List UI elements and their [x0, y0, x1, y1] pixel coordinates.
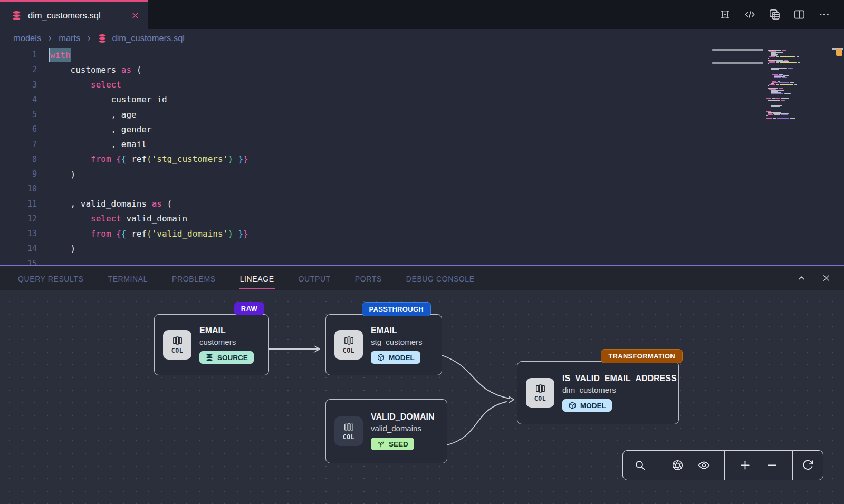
code-text: customers as (: [37, 65, 141, 75]
lineage-edge: [447, 402, 506, 445]
panel-tab-query-results[interactable]: QUERY RESULTS: [17, 268, 84, 289]
code-line-14[interactable]: 14): [0, 241, 844, 256]
line-number: 6: [0, 124, 37, 134]
line-number: 11: [0, 199, 37, 209]
code-icon: [744, 8, 756, 21]
code-editor[interactable]: 1with2customers as (3select4customer_id5…: [0, 47, 844, 265]
code-line-11[interactable]: 11, valid_domains as (: [0, 197, 844, 211]
lineage-node-dim_customers[interactable]: TRANSFORMATIONCOLIS_VALID_EMAIL_ADDRESSd…: [517, 361, 679, 424]
breadcrumb-item-marts[interactable]: marts: [59, 33, 80, 43]
refresh-button[interactable]: [802, 459, 814, 471]
line-number: 2: [0, 65, 37, 74]
code-line-2[interactable]: 2customers as (: [0, 62, 844, 77]
close-panel-button[interactable]: [821, 273, 831, 283]
breadcrumb-item-dim-customers-sql[interactable]: dim_customers.sql: [112, 33, 185, 43]
lineage-edge: [269, 346, 320, 352]
toolbar-group: [724, 451, 792, 480]
code-text: , gender: [37, 124, 152, 134]
code-line-4[interactable]: 4customer_id: [0, 92, 844, 107]
minimap[interactable]: [766, 49, 819, 119]
lineage-node-valid_domains[interactable]: COLVALID_DOMAINvalid_domainsSEED: [325, 399, 447, 463]
node-model-name: valid_domains: [371, 424, 435, 433]
node-model-name: dim_customers: [562, 385, 677, 394]
col-label: COL: [343, 347, 354, 354]
code-line-8[interactable]: 8from {{ ref('stg_customers') }}: [0, 152, 844, 167]
lineage-edge: [442, 355, 514, 403]
cube-icon: [377, 353, 385, 362]
line-number: 15: [0, 259, 37, 265]
code-line-15[interactable]: 15: [0, 256, 844, 266]
plus-button[interactable]: [739, 459, 751, 471]
code-text: with: [37, 50, 71, 60]
lineage-node-customers[interactable]: RAWCOLEMAILcustomersSOURCE: [154, 314, 269, 375]
panel-tab-problems[interactable]: PROBLEMS: [171, 268, 216, 289]
split-editor-icon: [793, 8, 805, 21]
aperture-button[interactable]: [672, 459, 684, 471]
code-text: , email: [37, 139, 147, 149]
node-column-name: EMAIL: [199, 326, 254, 335]
minus-button[interactable]: [766, 459, 778, 471]
code-line-12[interactable]: 12select valid_domain: [0, 211, 844, 226]
code-line-3[interactable]: 3select: [0, 77, 844, 92]
search-button[interactable]: [634, 459, 646, 471]
tab-title: dim_customers.sql: [28, 11, 101, 21]
node-type-badge-model: MODEL: [371, 351, 420, 364]
lineage-node-stg_customers[interactable]: PASSTHROUGHCOLEMAILstg_customersMODEL: [325, 314, 442, 375]
code-text: from {{ ref('valid_domains') }}: [37, 229, 248, 239]
panel-tab-terminal[interactable]: TERMINAL: [108, 268, 149, 289]
search-icon: [634, 459, 646, 471]
node-column-name: IS_VALID_EMAIL_ADDRESS: [562, 374, 677, 383]
columns-icon: [172, 335, 183, 346]
code-line-6[interactable]: 6, gender: [0, 122, 844, 137]
dbt-logo-button[interactable]: [719, 8, 731, 21]
minimap-highlight-bar: [712, 62, 763, 64]
more-icon: [818, 8, 830, 21]
node-tag-transformation: TRANSFORMATION: [601, 349, 683, 363]
code-line-9[interactable]: 9): [0, 167, 844, 181]
dbt-ide-window: dim_customers.sql modelsmartsdim_custome…: [0, 0, 844, 504]
tab-dim-customers-sql[interactable]: dim_customers.sql: [0, 0, 148, 29]
column-type-box: COL: [526, 378, 554, 408]
refresh-icon: [802, 459, 814, 471]
toolbar-group: [657, 451, 724, 480]
editor-tab-bar: dim_customers.sql: [0, 0, 844, 29]
panel-tab-ports[interactable]: PORTS: [354, 268, 382, 289]
code-button[interactable]: [744, 8, 756, 21]
more-button[interactable]: [818, 8, 830, 21]
lineage-zoom-toolbar: [622, 450, 823, 480]
minus-icon: [766, 459, 778, 471]
code-text: select valid_domain: [37, 214, 187, 224]
code-line-5[interactable]: 5, age: [0, 107, 844, 122]
breadcrumb-item-models[interactable]: models: [13, 33, 41, 43]
line-number: 9: [0, 169, 37, 179]
indent-guide: [51, 62, 51, 256]
panel-tab-lineage[interactable]: LINEAGE: [239, 268, 275, 289]
editor-actions: [719, 0, 844, 29]
col-label: COL: [171, 347, 183, 354]
panel-tab-output[interactable]: OUTPUT: [298, 268, 331, 289]
close-tab-icon[interactable]: [130, 11, 140, 21]
split-editor-button[interactable]: [793, 8, 805, 21]
duplicate-table-button[interactable]: [769, 8, 781, 21]
column-type-box: COL: [334, 416, 363, 446]
overview-ruler-marker: [836, 49, 842, 56]
code-text: ): [37, 244, 75, 254]
code-line-10[interactable]: 10: [0, 181, 844, 196]
indent-guide: [71, 211, 71, 241]
code-line-13[interactable]: 13from {{ ref('valid_domains') }}: [0, 226, 844, 241]
node-tag-passthrough: PASSTHROUGH: [362, 302, 431, 316]
code-line-7[interactable]: 7, email: [0, 137, 844, 152]
code-text: , age: [37, 110, 137, 120]
lineage-canvas[interactable]: RAWCOLEMAILcustomersSOURCEPASSTHROUGHCOL…: [0, 290, 844, 504]
eye-button[interactable]: [698, 459, 710, 471]
eye-icon: [698, 459, 710, 471]
code-text: ): [37, 169, 75, 179]
node-model-name: stg_customers: [371, 337, 423, 346]
panel-tab-debug-console[interactable]: DEBUG CONSOLE: [406, 268, 475, 289]
collapse-panel-button[interactable]: [797, 273, 807, 283]
code-text: customer_id: [37, 94, 167, 104]
line-number: 14: [0, 244, 37, 253]
panel-actions: [797, 273, 831, 283]
close-icon: [821, 273, 831, 283]
toolbar-group: [792, 451, 823, 480]
